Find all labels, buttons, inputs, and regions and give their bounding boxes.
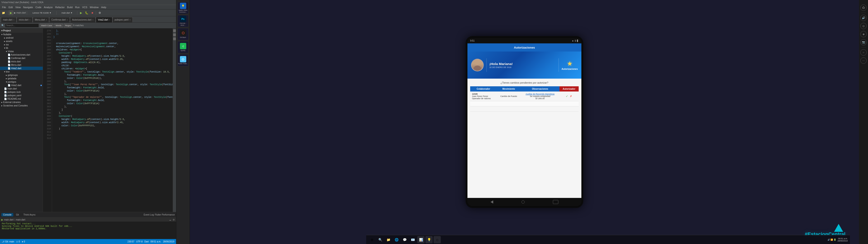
- nav-back-btn[interactable]: [491, 201, 493, 204]
- menu-vcs[interactable]: VCS: [81, 5, 88, 9]
- toolbar-project-dropdown[interactable]: 📁: [1, 10, 6, 16]
- menu-help[interactable]: Help: [100, 5, 107, 9]
- tree-item-autorizaciones[interactable]: 📄 Autorizaciones.dart: [0, 53, 43, 57]
- tool-spotify[interactable]: ♫ Spotify: [178, 41, 189, 53]
- regex-btn[interactable]: Regex: [64, 24, 72, 28]
- tool-pscg6[interactable]: Ps PSCG6 - Acce...: [178, 15, 189, 27]
- tree-item-pubspec-lock[interactable]: 📄 pubspec.lock: [0, 90, 43, 94]
- tool-flutter[interactable]: ◇ Flutter-Fedb...: [178, 54, 189, 66]
- tab-inicio-dart[interactable]: inicio.dart×: [17, 17, 33, 22]
- menu-view[interactable]: View: [14, 5, 22, 9]
- taskbar-mail[interactable]: 📧: [409, 236, 416, 243]
- taskbar-browser[interactable]: 🌐: [393, 236, 400, 243]
- toolbar-debug[interactable]: 🐛: [84, 10, 89, 16]
- tree-item-assets[interactable]: ▸assets: [0, 39, 43, 43]
- menu-refactor[interactable]: Refactor: [54, 5, 66, 9]
- tool-git-bash[interactable]: ⬡ Git Bash: [178, 28, 189, 40]
- run-indicator[interactable]: ▶: [1, 218, 3, 221]
- menu-window[interactable]: Window: [89, 5, 100, 9]
- tree-item-getgroups[interactable]: ▸getgroups: [0, 73, 43, 77]
- menu-edit[interactable]: Edit: [7, 5, 14, 9]
- tree-item-vota2[interactable]: 📄 Vota2.dart: [0, 67, 43, 70]
- flutter-perf-label[interactable]: Flutter Performance: [155, 214, 175, 216]
- tool-intellij[interactable]: 💡 IntelliJ IDEA Commun...: [178, 2, 189, 14]
- tree-item-pantigos[interactable]: ▾pantigos: [0, 80, 43, 84]
- tab-pubspec-yaml[interactable]: pubspec.yaml×: [113, 17, 133, 22]
- toolbar-device-dropdown[interactable]: Lenovo TB X1030 ▼: [28, 10, 55, 16]
- bottom-tab-git[interactable]: Git: [14, 213, 21, 216]
- rs-icon-3[interactable]: [173, 37, 176, 40]
- console-output: Performing hot restart... Syncing files …: [0, 222, 176, 239]
- bottom-settings[interactable]: ⚙: [173, 218, 175, 221]
- tree-item-vistas[interactable]: ▾Vistas: [0, 50, 43, 53]
- tree-item-scratches[interactable]: ▸Scratches and Consoles: [0, 104, 43, 107]
- tree-item-root[interactable]: ▾Nullable: [0, 33, 43, 36]
- taskbar-search[interactable]: 🔍: [377, 236, 384, 243]
- dart-label[interactable]: main.dart: [16, 218, 25, 221]
- tree-item-test[interactable]: ▾test: [0, 70, 43, 73]
- avatar-image: [472, 59, 483, 71]
- tab-confirmar-dart[interactable]: Confirmar.dart×: [49, 17, 70, 22]
- diamond-btn[interactable]: ◈: [860, 31, 867, 37]
- tree-item-vota2-test[interactable]: 📄 Vota2.dart: [0, 84, 43, 87]
- col-movimiento: Movimiento: [497, 86, 521, 92]
- taskbar-ide[interactable]: 💡: [426, 236, 433, 243]
- menu-code[interactable]: Code: [34, 5, 42, 9]
- bottom-tab-think[interactable]: Think Async: [22, 213, 37, 216]
- tab-vota2-dart[interactable]: Vota2.dart×: [96, 17, 112, 22]
- toolbar-more[interactable]: ⚙: [97, 10, 102, 16]
- volume-button[interactable]: 🔊: [860, 15, 867, 21]
- run-main-dart[interactable]: main.dart: [4, 218, 13, 221]
- tree-item-pubspec-yaml[interactable]: 📄 pubspec.yaml: [0, 94, 43, 97]
- spotify-label: Spotify: [181, 50, 185, 52]
- circle-btn[interactable]: ○: [860, 49, 867, 56]
- taskbar-start[interactable]: ⊞: [368, 236, 376, 243]
- tab-main-dart[interactable]: main.dart×: [1, 17, 17, 22]
- tab-menu-dart[interactable]: Menu.dart×: [33, 17, 49, 22]
- nav-home-btn[interactable]: [522, 201, 525, 204]
- toolbar-run-config[interactable]: ▶ main.dart: [14, 11, 26, 14]
- toolbar-main-dart[interactable]: main.dart ▼: [58, 10, 76, 16]
- rs-icon-1[interactable]: [173, 29, 176, 32]
- menu-analyze[interactable]: Analyze: [43, 5, 54, 9]
- match-case-btn[interactable]: Match Case: [40, 24, 53, 28]
- tree-item-android[interactable]: ▸android: [0, 36, 43, 39]
- words-btn[interactable]: Words: [54, 24, 63, 28]
- taskbar-file-explorer[interactable]: 📁: [385, 236, 392, 243]
- tree-item-menu[interactable]: 📄 Menu.dart: [0, 63, 43, 67]
- tree-item-inicio[interactable]: 📄 inicio.dart: [0, 60, 43, 63]
- tree-item-lib[interactable]: ▾lib: [0, 46, 43, 50]
- bottom-close[interactable]: 🗕: [169, 218, 171, 221]
- toolbar-run-btn[interactable]: ▶: [8, 10, 13, 16]
- event-log-label[interactable]: Event Log: [144, 214, 154, 216]
- menu-run[interactable]: Run: [74, 5, 81, 9]
- bottom-tab-console[interactable]: Console: [1, 213, 13, 216]
- check-icon[interactable]: ✓: [566, 95, 568, 98]
- nav-recents-btn[interactable]: [553, 200, 558, 204]
- tree-item-readme[interactable]: 📄 README.md: [0, 97, 43, 100]
- camera-btn[interactable]: 📷: [860, 39, 867, 45]
- more-btn[interactable]: ···: [860, 57, 867, 64]
- taskbar-messaging[interactable]: 💬: [401, 236, 408, 243]
- tree-item-confirmar[interactable]: 📄 Confirmar.dart: [0, 57, 43, 60]
- taskbar-flutter[interactable]: ◇: [434, 236, 441, 243]
- bottom-tab-bar: Console Git Think Async Event Log Flutte…: [0, 212, 176, 218]
- tree-item-ios[interactable]: ▸ios: [0, 43, 43, 46]
- tab-autorizaciones-dart[interactable]: Autorizaciones.dart×: [70, 17, 96, 22]
- toolbar-stop[interactable]: ■: [90, 10, 95, 16]
- tree-item-getalada[interactable]: ▸getalada: [0, 77, 43, 80]
- settings-btn[interactable]: ◎: [860, 23, 867, 29]
- menu-build[interactable]: Build: [66, 5, 74, 9]
- toolbar-run2[interactable]: ▶: [79, 10, 84, 16]
- code-content[interactable]: }, ); } crossAxisAlignment: CrossAxisAli…: [52, 28, 173, 212]
- tree-item-external-libs[interactable]: ▸External Libraries: [0, 100, 43, 104]
- x-icon[interactable]: ✗: [570, 95, 572, 98]
- menu-file[interactable]: File: [1, 5, 7, 9]
- console-line-3: Restarted application in 2,098ms.: [2, 227, 174, 230]
- menu-navigate[interactable]: Navigate: [22, 5, 34, 9]
- taskbar-excel[interactable]: 📊: [417, 236, 425, 243]
- tree-item-main-dart[interactable]: 📄 main.dart: [0, 87, 43, 90]
- power-button[interactable]: ⏻: [860, 4, 867, 11]
- search-input[interactable]: [5, 24, 39, 28]
- rs-icon-2[interactable]: [173, 33, 176, 36]
